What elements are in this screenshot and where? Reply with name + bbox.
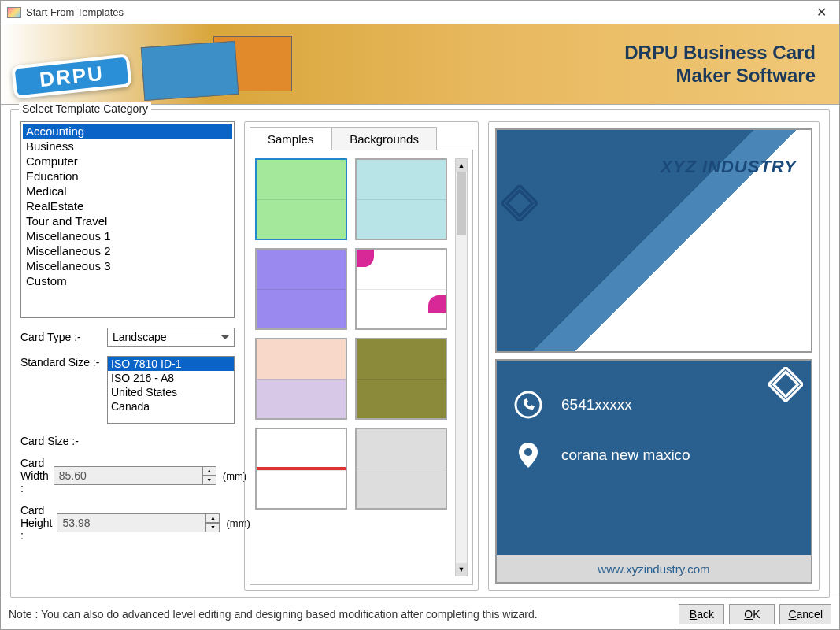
phone-icon [513, 389, 544, 421]
card-width-row: Card Width : ▲▼ (mm) [20, 457, 235, 495]
card-preview-back: 6541xxxxx corana new maxico www.xyzindus… [495, 359, 812, 584]
content: Select Template Category AccountingBusin… [1, 105, 839, 598]
logo-diamond-icon [768, 367, 803, 404]
ok-button[interactable]: OK [729, 604, 775, 624]
scroll-thumb[interactable] [457, 172, 466, 235]
size-item[interactable]: United States [108, 385, 234, 399]
titlebar: Start From Templates ✕ [1, 1, 839, 24]
card-preview-front: XYZ INDUSTRY www.xyzindustry.com [495, 128, 812, 353]
tab-samples[interactable]: Samples [250, 127, 331, 150]
category-item[interactable]: Custom [23, 273, 232, 288]
tabs: Samples Backgrounds [250, 127, 473, 150]
tab-body: ▲ ▼ [250, 150, 473, 585]
template-thumb[interactable] [255, 158, 347, 240]
category-item[interactable]: Medical [23, 183, 232, 198]
category-item[interactable]: Miscellaneous 2 [23, 243, 232, 258]
scroll-track[interactable] [456, 172, 467, 563]
left-column: AccountingBusinessComputerEducationMedic… [20, 121, 235, 591]
logo-diamond-icon [501, 185, 538, 221]
card-type-select[interactable]: Landscape [107, 328, 235, 346]
template-thumb[interactable] [255, 428, 347, 510]
preview-company-name: XYZ INDUSTRY [661, 157, 797, 177]
card-width-label: Card Width : [20, 457, 49, 495]
category-item[interactable]: Miscellaneous 3 [23, 258, 232, 273]
standard-size-label: Standard Size :- [20, 356, 102, 369]
preview-address: corana new maxico [561, 447, 690, 464]
preview-panel: XYZ INDUSTRY www.xyzindustry.com 6541xxx… [488, 121, 820, 591]
svg-point-5 [524, 448, 532, 456]
card-width-spin-buttons[interactable]: ▲▼ [202, 466, 216, 485]
size-item[interactable]: Canada [108, 399, 234, 413]
card-height-row: Card Height : ▲▼ (mm) [20, 504, 235, 542]
category-item[interactable]: Education [23, 169, 232, 183]
card-size-label: Card Size :- [20, 435, 235, 447]
preview-back-url: www.xyzindustry.com [497, 555, 811, 582]
category-item[interactable]: Miscellaneous 1 [23, 228, 232, 243]
template-thumb[interactable] [355, 248, 447, 330]
category-list[interactable]: AccountingBusinessComputerEducationMedic… [20, 121, 235, 318]
template-thumb[interactable] [255, 338, 347, 420]
card-width-input[interactable] [54, 466, 202, 485]
template-thumb[interactable] [355, 338, 447, 420]
cancel-button[interactable]: Cancel [779, 604, 831, 624]
size-item[interactable]: ISO 7810 ID-1 [108, 357, 234, 371]
brand-badge: DRPU [11, 54, 132, 98]
template-thumb[interactable] [355, 158, 447, 240]
template-thumb[interactable] [355, 428, 447, 510]
category-item[interactable]: Business [23, 139, 232, 154]
template-thumb[interactable] [255, 248, 347, 330]
scroll-up-icon[interactable]: ▲ [456, 159, 467, 172]
tab-backgrounds[interactable]: Backgrounds [331, 127, 437, 150]
card-type-label: Card Type :- [20, 331, 102, 343]
category-item[interactable]: Accounting [23, 124, 232, 139]
app-icon [7, 7, 21, 18]
window: Start From Templates ✕ DRPU DRPU Busines… [0, 0, 840, 630]
banner: DRPU DRPU Business Card Maker Software [1, 24, 839, 105]
samples-panel: Samples Backgrounds ▲ [244, 121, 479, 591]
card-height-input[interactable] [57, 513, 205, 532]
template-category-fieldset: Select Template Category AccountingBusin… [10, 109, 830, 598]
card-type-row: Card Type :- Landscape [20, 328, 235, 346]
back-button[interactable]: Back [679, 604, 724, 624]
category-item[interactable]: RealEstate [23, 198, 232, 213]
card-height-label: Card Height : [20, 504, 52, 542]
category-item[interactable]: Computer [23, 154, 232, 169]
preview-phone-row: 6541xxxxx [513, 389, 632, 421]
standard-size-list[interactable]: ISO 7810 ID-1ISO 216 - A8United StatesCa… [107, 356, 235, 424]
card-type-value: Landscape [113, 331, 167, 343]
footer-note: Note : You can also do advanced level ed… [9, 608, 674, 621]
preview-front-url: www.xyzindustry.com [497, 327, 811, 340]
banner-graphics: DRPU [1, 24, 300, 104]
preview-phone: 6541xxxxx [561, 396, 632, 413]
preview-address-row: corana new maxico [513, 439, 690, 471]
banner-title: DRPU Business Card Maker Software [624, 42, 816, 87]
card-height-spinner[interactable]: ▲▼ [57, 513, 220, 532]
card-width-spinner[interactable]: ▲▼ [54, 466, 216, 485]
close-button[interactable]: ✕ [803, 1, 839, 24]
card-height-spin-buttons[interactable]: ▲▼ [205, 513, 220, 532]
window-title: Start From Templates [26, 6, 803, 18]
fieldset-legend: Select Template Category [19, 102, 151, 115]
size-item[interactable]: ISO 216 - A8 [108, 371, 234, 385]
location-pin-icon [513, 439, 544, 471]
footer: Note : You can also do advanced level ed… [1, 598, 839, 629]
standard-size-row: Standard Size :- ISO 7810 ID-1ISO 216 - … [20, 356, 235, 424]
category-item[interactable]: Tour and Travel [23, 213, 232, 228]
card-width-unit: (mm) [223, 470, 246, 482]
scroll-down-icon[interactable]: ▼ [456, 563, 467, 576]
banner-deco-card [141, 41, 239, 101]
thumbnail-scrollbar[interactable]: ▲ ▼ [455, 158, 468, 576]
banner-title-line1: DRPU Business Card [624, 42, 816, 65]
svg-point-4 [516, 392, 541, 417]
banner-title-line2: Maker Software [624, 65, 816, 87]
thumbnail-grid [255, 158, 447, 576]
